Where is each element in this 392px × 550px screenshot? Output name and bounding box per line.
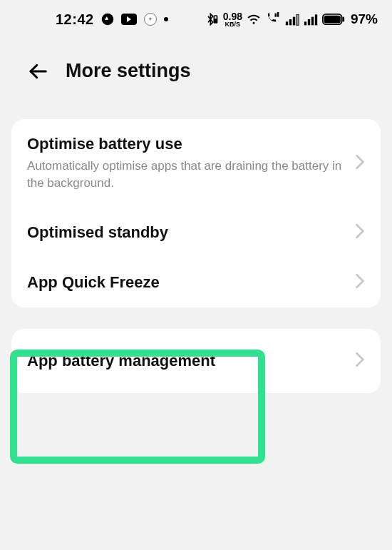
svg-rect-11	[308, 19, 310, 25]
item-app-battery-management[interactable]: App battery management	[11, 329, 381, 393]
svg-rect-4	[277, 12, 279, 17]
svg-rect-15	[324, 16, 341, 24]
more-notifications-dot	[164, 17, 168, 21]
battery-icon	[322, 13, 345, 26]
svg-rect-5	[286, 21, 288, 25]
signal-sim1-icon	[285, 13, 299, 26]
chevron-right-icon	[355, 154, 365, 173]
header: More settings	[0, 39, 392, 96]
item-app-quick-freeze[interactable]: App Quick Freeze	[11, 258, 381, 307]
page-title: More settings	[66, 60, 191, 82]
item-title: App battery management	[27, 352, 346, 370]
svg-rect-2	[215, 19, 217, 22]
chevron-right-icon	[355, 223, 365, 242]
svg-rect-12	[311, 17, 314, 26]
bluetooth-battery-icon	[205, 12, 219, 26]
chevron-right-icon	[355, 273, 365, 292]
app-notification-icon-2: ✦	[144, 13, 157, 26]
back-arrow-icon[interactable]	[27, 61, 48, 82]
item-title: Optimise battery use	[27, 135, 346, 153]
item-subtitle: Automatically optimise apps that are dra…	[27, 158, 346, 192]
wifi-icon	[247, 12, 261, 26]
volte-icon	[265, 12, 281, 26]
item-title: App Quick Freeze	[27, 273, 346, 292]
status-time: 12:42	[56, 11, 94, 28]
signal-sim2-icon	[304, 13, 318, 26]
item-optimise-battery-use[interactable]: Optimise battery use Automatically optim…	[11, 119, 381, 208]
svg-rect-3	[274, 14, 277, 17]
svg-rect-8	[296, 14, 299, 25]
svg-rect-7	[293, 17, 295, 26]
youtube-icon	[121, 14, 137, 25]
settings-group-1: Optimise battery use Automatically optim…	[11, 119, 381, 307]
item-optimised-standby[interactable]: Optimised standby	[11, 208, 381, 258]
svg-rect-16	[342, 16, 344, 21]
network-speed: 0.98 KB/S	[223, 11, 242, 28]
item-title: Optimised standby	[27, 223, 346, 242]
app-notification-icon-1	[101, 13, 114, 26]
settings-group-2: App battery management	[11, 329, 381, 393]
svg-rect-6	[289, 19, 292, 25]
battery-percent: 97%	[351, 11, 378, 27]
status-bar: 12:42 ✦ 0.98 KB/S	[0, 0, 392, 39]
svg-rect-13	[315, 14, 317, 25]
svg-rect-10	[304, 21, 306, 25]
chevron-right-icon	[355, 352, 365, 370]
